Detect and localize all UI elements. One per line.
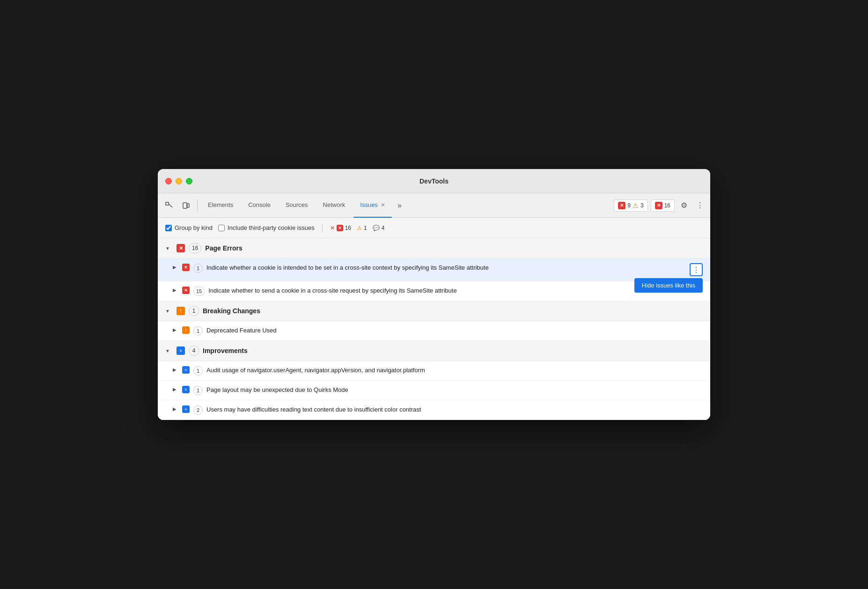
include-third-party-checkbox[interactable] [218,225,225,231]
section-chevron-improvements: ▼ [165,348,173,353]
issue-row-5[interactable]: ▶ ≡ 1 Page layout may be unexpected due … [158,381,710,400]
issue-info-icon-6: ≡ [182,405,190,413]
toolbar-right: ✕ 9 ⚠ 3 ✕ 16 ⚙ ⋮ [614,199,706,212]
issue-count-4: 1 [193,366,203,375]
svg-rect-0 [166,202,169,205]
issue-actions-1: ⋮ Hide issues like this [690,263,703,276]
issues-error-icon: ✕ [655,202,662,209]
section-improvements[interactable]: ▼ ≡ 4 Improvements [158,341,710,361]
issue-count-6: 2 [193,405,203,415]
svg-rect-1 [183,203,187,208]
titlebar: DevTools [158,169,710,193]
issue-row-4[interactable]: ▶ ≡ 1 Audit usage of navigator.userAgent… [158,361,710,381]
traffic-lights [165,178,192,184]
section-chevron-breaking: ▼ [165,309,173,314]
issue-chevron-5: ▶ [173,387,178,392]
issue-info-icon-4: ≡ [182,366,190,374]
devtools-window: DevTools Elements Console Sources Networ… [158,169,710,420]
issue-row-3[interactable]: ▶ ! 1 Deprecated Feature Used [158,321,710,341]
section-warning-icon: ! [177,307,185,315]
issue-row-2[interactable]: ▶ ✕ 15 Indicate whether to send a cookie… [158,281,710,301]
group-by-kind-label[interactable]: Group by kind [165,224,213,231]
tab-issues[interactable]: Issues ✕ [353,193,392,218]
issue-error-icon-2: ✕ [182,287,190,294]
minimize-button[interactable] [176,178,182,184]
issue-chevron-2: ▶ [173,287,178,293]
section-info-icon: ≡ [177,346,185,355]
hide-issues-dropdown[interactable]: Hide issues like this [634,278,703,293]
error-count: 9 [627,202,631,209]
section-improvements-title: Improvements [203,347,248,354]
toolbar: Elements Console Sources Network Issues … [158,193,710,218]
issue-row-1[interactable]: ▶ ✕ 1 Indicate whether a cookie is inten… [158,258,710,281]
filter-divider [322,223,323,233]
issue-count-3: 1 [193,326,203,336]
issue-warning-icon-3: ! [182,326,190,334]
filter-errors-badge: ✕ ✕ 16 [330,225,351,231]
more-tabs-button[interactable]: » [394,193,405,218]
settings-button[interactable]: ⚙ [677,199,691,212]
more-options-button[interactable]: ⋮ [693,199,706,212]
error-icon: ✕ [618,202,625,209]
issue-count-1: 1 [193,264,203,273]
inspect-element-button[interactable] [162,198,177,213]
section-breaking-changes[interactable]: ▼ ! 1 Breaking Changes [158,301,710,321]
tab-close-icon[interactable]: ✕ [381,202,385,208]
issues-error-count: 16 [664,202,670,209]
issue-chevron-3: ▶ [173,327,178,332]
group-by-kind-checkbox[interactable] [165,225,172,231]
section-improvements-count: 4 [189,346,199,356]
include-third-party-label[interactable]: Include third-party cookie issues [218,224,315,231]
tab-console[interactable]: Console [242,193,277,218]
device-toggle-button[interactable] [178,198,193,213]
issue-text-2: Indicate whether to send a cookie in a c… [208,286,703,295]
window-title: DevTools [419,177,449,185]
issue-text-5: Page layout may be unexpected due to Qui… [206,385,703,395]
issue-row-6[interactable]: ▶ ≡ 2 Users may have difficulties readin… [158,400,710,420]
issue-text-3: Deprecated Feature Used [206,326,703,335]
issue-text-1: Indicate whether a cookie is intended to… [206,263,686,272]
filter-bar: Group by kind Include third-party cookie… [158,218,710,238]
tab-network[interactable]: Network [316,193,352,218]
issues-badge[interactable]: ✕ 16 [651,199,675,212]
issue-chevron-4: ▶ [173,367,178,372]
filter-error-box: ✕ [337,225,343,231]
errors-warnings-badge[interactable]: ✕ 9 ⚠ 3 [614,199,647,212]
filter-warnings-badge: ⚠ 1 [357,225,367,231]
issue-text-6: Users may have difficulties reading text… [206,405,703,414]
section-breaking-count: 1 [189,306,199,316]
issue-count-5: 1 [193,386,203,395]
tab-elements[interactable]: Elements [201,193,240,218]
section-errors-count: 16 [189,243,201,253]
issue-chevron-1: ▶ [173,265,178,270]
section-error-icon: ✕ [177,244,185,252]
issue-chevron-6: ▶ [173,406,178,412]
filter-warning-icon: ⚠ [357,225,362,231]
tab-sources[interactable]: Sources [279,193,315,218]
filter-error-icon: ✕ [330,225,335,231]
section-breaking-title: Breaking Changes [203,307,260,315]
section-page-errors[interactable]: ▼ ✕ 16 Page Errors [158,238,710,258]
maximize-button[interactable] [186,178,192,184]
issue-error-icon-1: ✕ [182,264,190,271]
issues-content: ▼ ✕ 16 Page Errors ▶ ✕ 1 Indicate whethe… [158,238,710,420]
close-button[interactable] [165,178,172,184]
issue-more-button-1[interactable]: ⋮ [690,263,703,276]
warning-count: 3 [640,202,644,209]
toolbar-divider [197,200,198,211]
filter-improvements-badge: 💬 4 [373,225,385,231]
issue-text-4: Audit usage of navigator.userAgent, navi… [206,366,703,375]
issue-count-2: 15 [193,287,205,296]
filter-info-icon: 💬 [373,225,380,231]
svg-rect-2 [187,204,189,207]
section-errors-title: Page Errors [205,244,242,252]
section-chevron-errors: ▼ [165,246,173,251]
warning-icon: ⚠ [633,202,639,209]
issue-info-icon-5: ≡ [182,386,190,393]
